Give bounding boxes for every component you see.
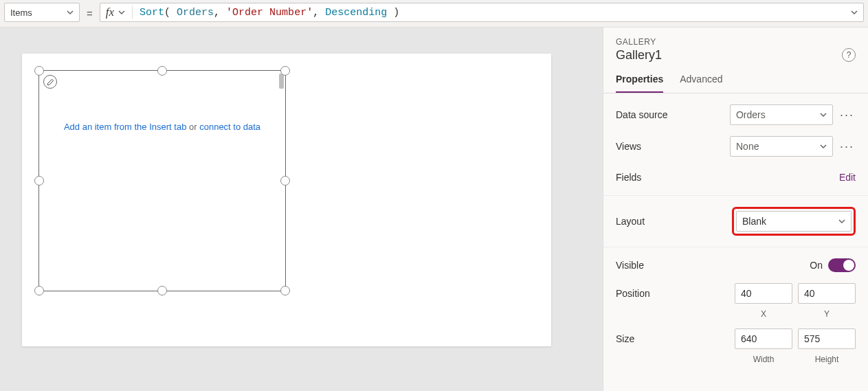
connect-data-link[interactable]: connect to data	[199, 122, 260, 132]
visible-label: Visible	[616, 260, 810, 271]
views-label: Views	[616, 141, 730, 152]
equals-sign: =	[85, 3, 94, 23]
edit-icon[interactable]	[43, 75, 57, 89]
datasource-dropdown[interactable]: Orders	[730, 104, 833, 125]
layout-label: Layout	[616, 216, 732, 227]
size-height-sublabel: Height	[798, 355, 856, 364]
views-dropdown[interactable]: None	[730, 136, 833, 157]
visible-state: On	[810, 260, 823, 271]
resize-handle[interactable]	[280, 66, 290, 76]
fields-edit-link[interactable]: Edit	[839, 172, 856, 183]
control-type-label: GALLERY	[616, 37, 856, 47]
size-width-sublabel: Width	[735, 355, 792, 364]
gallery-empty-message: Add an item from the Insert tab or conne…	[39, 122, 285, 132]
chevron-down-icon	[118, 9, 125, 16]
formula-input[interactable]: fx Sort( Orders, 'Order Number', Descend…	[100, 3, 864, 22]
size-height-input[interactable]	[798, 328, 856, 349]
resize-handle[interactable]	[157, 286, 167, 295]
chevron-down-icon	[820, 143, 827, 150]
position-x-sublabel: X	[735, 309, 792, 319]
gallery-control-selected[interactable]: Add an item from the Insert tab or conne…	[38, 70, 286, 291]
tab-properties[interactable]: Properties	[616, 74, 663, 93]
position-y-sublabel: Y	[798, 309, 856, 319]
position-label: Position	[616, 288, 735, 299]
position-x-input[interactable]	[735, 283, 792, 304]
fx-icon[interactable]: fx	[106, 5, 133, 19]
resize-handle[interactable]	[157, 66, 167, 76]
size-width-input[interactable]	[735, 328, 792, 349]
insert-tab-link[interactable]: Add an item from the Insert tab	[64, 122, 186, 132]
canvas-region[interactable]: Add an item from the Insert tab or conne…	[0, 27, 603, 391]
fields-label: Fields	[616, 172, 839, 183]
gallery-scrollbar[interactable]	[279, 74, 284, 89]
more-icon[interactable]: ···	[838, 140, 856, 153]
resize-handle[interactable]	[34, 66, 44, 76]
datasource-label: Data source	[616, 109, 730, 120]
resize-handle[interactable]	[280, 176, 290, 186]
property-selector-value: Items	[10, 8, 32, 18]
size-label: Size	[616, 333, 735, 344]
more-icon[interactable]: ···	[838, 109, 856, 121]
formula-expression[interactable]: Sort( Orders, 'Order Number', Descending…	[140, 7, 851, 19]
panel-tabs: Properties Advanced	[603, 63, 868, 93]
resize-handle[interactable]	[34, 286, 44, 295]
chevron-down-icon[interactable]	[851, 9, 858, 16]
chevron-down-icon	[838, 218, 845, 225]
help-icon[interactable]: ?	[842, 48, 856, 62]
resize-handle[interactable]	[280, 286, 290, 295]
property-selector[interactable]: Items	[4, 3, 80, 22]
visible-toggle[interactable]	[828, 258, 856, 272]
layout-highlight: Blank	[732, 207, 856, 236]
app-canvas[interactable]: Add an item from the Insert tab or conne…	[22, 54, 551, 346]
resize-handle[interactable]	[34, 176, 44, 186]
formula-bar: Items = fx Sort( Orders, 'Order Number',…	[0, 0, 868, 23]
chevron-down-icon	[820, 111, 827, 118]
properties-panel: GALLERY Gallery1 ? Properties Advanced D…	[603, 27, 868, 391]
position-y-input[interactable]	[798, 283, 856, 304]
chevron-down-icon	[67, 9, 74, 16]
tab-advanced[interactable]: Advanced	[680, 74, 722, 93]
layout-dropdown[interactable]: Blank	[736, 211, 852, 232]
control-name[interactable]: Gallery1	[616, 48, 662, 63]
